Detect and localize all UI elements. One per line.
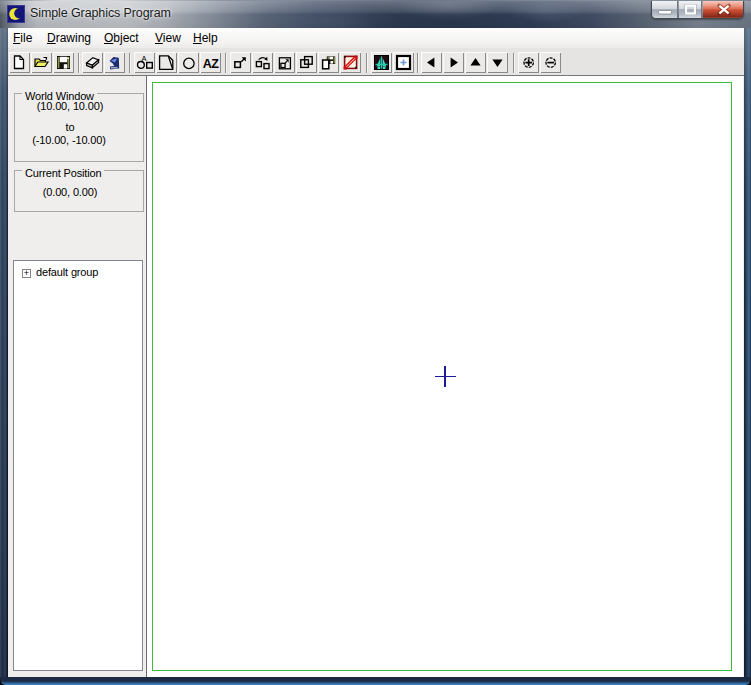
svg-text:AZ: AZ <box>203 57 219 71</box>
